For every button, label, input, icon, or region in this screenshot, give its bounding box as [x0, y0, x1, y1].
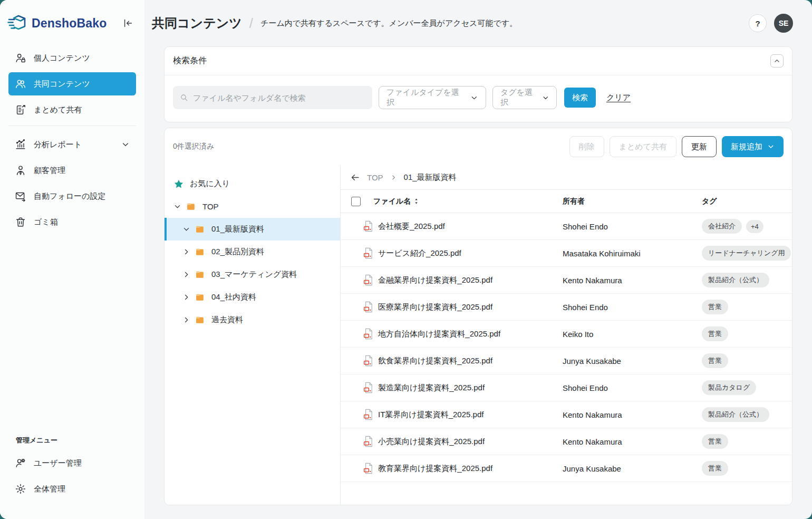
selection-status: 0件選択済み	[173, 142, 214, 151]
tag-pill[interactable]: 営業	[702, 353, 728, 368]
file-owner: Masataka Kohiruimaki	[563, 249, 702, 258]
sidebar-item[interactable]: 共同コンテンツ	[8, 72, 136, 95]
tag-pill[interactable]: 会社紹介	[702, 219, 742, 234]
tag-more-pill[interactable]: +4	[746, 220, 763, 233]
file-name: 小売業向け提案資料_2025.pdf	[378, 437, 485, 447]
chevron-down-icon	[121, 140, 130, 149]
file-owner: Kento Nakamura	[563, 437, 702, 446]
help-button[interactable]: ?	[749, 14, 767, 32]
tag-pill[interactable]: 営業	[702, 326, 728, 341]
tree-folder[interactable]: 01_最新版資料	[165, 218, 340, 241]
search-input-box[interactable]	[173, 86, 372, 109]
table-row[interactable]: 地方自治体向け提案資料_2025.pdfKeiko Ito営業	[341, 321, 792, 348]
sort-icon	[413, 198, 419, 205]
pdf-icon	[363, 220, 374, 232]
table-row[interactable]: サービス紹介_2025.pdfMasataka Kohiruimakiリードナー…	[341, 240, 792, 267]
pdf-icon	[363, 355, 374, 367]
tree-folder[interactable]: 過去資料	[165, 309, 340, 331]
file-type-select-value: ファイルタイプを選択	[386, 88, 465, 108]
folder-icon	[195, 315, 206, 325]
clear-link[interactable]: クリア	[606, 93, 631, 103]
folder-icon	[195, 224, 206, 235]
file-owner: Kento Nakamura	[563, 276, 702, 285]
tree-folder[interactable]: 02_製品別資料	[165, 241, 340, 263]
folder-icon	[186, 201, 197, 212]
table-row[interactable]: 製造業向け提案資料_2025.pdfShohei Endo製品カタログ	[341, 374, 792, 401]
search-panel-collapse-button[interactable]	[770, 54, 784, 68]
tag-pill[interactable]: 製品紹介（公式）	[702, 273, 769, 287]
sidebar-collapse-icon[interactable]	[122, 17, 134, 29]
file-name: 飲食業界向け提案資料_2025.pdf	[378, 356, 492, 366]
page-title: 共同コンテンツ	[152, 15, 242, 32]
file-tags: 営業	[702, 300, 792, 314]
sidebar-admin-item[interactable]: ユーザー管理	[8, 451, 136, 475]
user-avatar[interactable]: SE	[774, 14, 793, 33]
tree-root-folder[interactable]: TOP	[165, 195, 340, 218]
tag-select[interactable]: タグを選択	[492, 86, 557, 109]
table-row[interactable]: 医療業界向け提案資料_2025.pdfShohei Endo営業	[341, 294, 792, 321]
file-owner: Shohei Endo	[563, 383, 702, 392]
file-name: IT業界向け提案資料_2025.pdf	[378, 410, 484, 420]
select-all-checkbox[interactable]	[351, 197, 361, 206]
add-new-button[interactable]: 新規追加	[722, 136, 784, 157]
tree-folder[interactable]: 03_マーケティング資料	[165, 263, 340, 286]
sidebar-admin-item-label: 全体管理	[34, 484, 65, 494]
tag-pill[interactable]: 営業	[702, 434, 728, 449]
content-area: 検索条件 ファイルタイプを選択 タグを選	[144, 46, 812, 519]
brand-logo-icon	[7, 13, 28, 34]
file-name: 地方自治体向け提案資料_2025.pdf	[378, 329, 500, 339]
table-row[interactable]: IT業界向け提案資料_2025.pdfKento Nakamura製品紹介（公式…	[341, 401, 792, 428]
tree-folder[interactable]: 04_社内資料	[165, 286, 340, 309]
sidebar-item[interactable]: 個人コンテンツ	[8, 46, 136, 70]
back-arrow-icon[interactable]	[350, 172, 360, 182]
tree-folder-label: 04_社内資料	[211, 292, 256, 302]
sidebar-item[interactable]: 顧客管理	[8, 159, 136, 182]
refresh-button[interactable]: 更新	[682, 136, 717, 157]
search-panel-title: 検索条件	[173, 55, 207, 66]
table-row[interactable]: 小売業向け提案資料_2025.pdfKento Nakamura営業	[341, 428, 792, 455]
sidebar-spacer	[0, 236, 144, 436]
tag-pill[interactable]: 営業	[702, 300, 728, 314]
sidebar-item-label: 自動フォローの設定	[34, 191, 105, 201]
chevron-down-icon[interactable]	[173, 203, 181, 210]
file-browser-panel: 0件選択済み 削除 まとめて共有 更新 新規追加	[164, 128, 792, 505]
table-header: ファイル名 所有者 タグ	[341, 190, 792, 213]
file-tags: 製品カタログ	[702, 380, 792, 395]
search-input[interactable]	[193, 93, 365, 102]
table-row[interactable]: 金融業界向け提案資料_2025.pdfKento Nakamura製品紹介（公式…	[341, 267, 792, 294]
file-name: 会社概要_2025.pdf	[378, 222, 445, 232]
file-type-select[interactable]: ファイルタイプを選択	[379, 86, 486, 109]
file-name: サービス紹介_2025.pdf	[378, 248, 461, 258]
bulk-share-button[interactable]: まとめて共有	[610, 136, 676, 157]
table-row[interactable]: 教育業界向け提案資料_2025.pdfJunya Kusakabe営業	[341, 455, 792, 482]
chevron-right-icon	[182, 248, 190, 256]
pdf-icon	[363, 436, 374, 447]
column-file-name: ファイル名	[373, 197, 411, 206]
sidebar-item[interactable]: まとめて共有	[8, 98, 136, 121]
tag-pill[interactable]: 製品カタログ	[702, 380, 756, 395]
doc-share-icon	[15, 104, 26, 116]
sidebar-item[interactable]: ゴミ箱	[8, 210, 136, 234]
sidebar-item-label: 顧客管理	[34, 166, 65, 176]
delete-button[interactable]: 削除	[569, 136, 604, 157]
file-owner: Shohei Endo	[563, 222, 702, 231]
table-row[interactable]: 会社概要_2025.pdfShohei Endo会社紹介+4	[341, 213, 792, 240]
chevron-down-icon	[542, 94, 549, 102]
sort-by-name[interactable]: ファイル名	[373, 197, 419, 206]
tag-pill[interactable]: リードナーチャリング用	[702, 246, 791, 261]
search-button[interactable]: 検索	[564, 88, 596, 108]
file-owner: Keiko Ito	[563, 330, 702, 339]
favorites-item[interactable]: お気に入り	[165, 172, 340, 195]
tag-pill[interactable]: 営業	[702, 461, 728, 476]
tag-pill[interactable]: 製品紹介（公式）	[702, 407, 769, 422]
search-panel-header: 検索条件	[165, 47, 792, 75]
sidebar-admin-item[interactable]: 全体管理	[8, 477, 136, 501]
file-owner: Junya Kusakabe	[563, 357, 702, 366]
table-row[interactable]: 飲食業界向け提案資料_2025.pdfJunya Kusakabe営業	[341, 348, 792, 374]
file-tags: リードナーチャリング用	[702, 246, 792, 261]
sidebar-item[interactable]: 分析レポート	[8, 133, 136, 156]
pdf-icon	[363, 463, 374, 474]
breadcrumb-root[interactable]: TOP	[367, 173, 383, 182]
sidebar-item[interactable]: 自動フォローの設定	[8, 185, 136, 208]
chevron-right-icon	[182, 293, 190, 301]
